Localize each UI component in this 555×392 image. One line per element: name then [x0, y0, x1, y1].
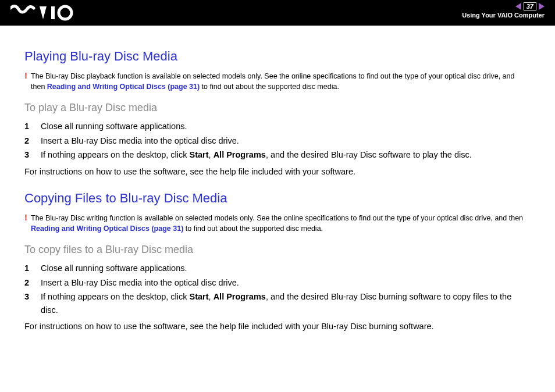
step-number: 3	[24, 148, 33, 161]
breadcrumb: Using Your VAIO Computer	[462, 12, 545, 19]
subtitle-play: To play a Blu-ray Disc media	[24, 100, 531, 116]
step-text: If nothing appears on the desktop, click…	[41, 148, 472, 161]
list-item: 2Insert a Blu-ray Disc media into the op…	[24, 276, 531, 289]
subtitle-copy: To copy files to a Blu-ray Disc media	[24, 242, 531, 258]
step-number: 1	[24, 262, 33, 275]
warn1-text-post: to find out about the supported disc med…	[200, 83, 339, 91]
list-item: 2Insert a Blu-ray Disc media into the op…	[24, 134, 531, 147]
section-title-playing: Playing Blu-ray Disc Media	[24, 47, 531, 66]
step-number: 2	[24, 276, 33, 289]
step-number: 3	[24, 290, 33, 316]
warn2-text: The Blu-ray Disc writing function is ava…	[31, 214, 523, 222]
steps-copy: 1Close all running software applications…	[24, 262, 531, 316]
vaio-logo	[10, 5, 74, 23]
list-item: 1Close all running software applications…	[24, 262, 531, 275]
warning-icon: !	[24, 71, 27, 92]
step-text: Insert a Blu-ray Disc media into the opt…	[41, 134, 239, 147]
step-number: 1	[24, 120, 33, 133]
header-nav: 37 Using Your VAIO Computer	[462, 2, 545, 19]
steps-play: 1Close all running software applications…	[24, 120, 531, 161]
list-item: 3If nothing appears on the desktop, clic…	[24, 290, 531, 316]
link-reading-writing-2[interactable]: Reading and Writing Optical Discs (page …	[31, 224, 183, 233]
warning-icon: !	[24, 213, 27, 234]
svg-point-2	[59, 6, 72, 19]
note-copy: For instructions on how to use the softw…	[24, 320, 531, 333]
list-item: 1Close all running software applications…	[24, 120, 531, 133]
step-text: Insert a Blu-ray Disc media into the opt…	[41, 276, 239, 289]
next-page-icon[interactable]	[539, 3, 545, 10]
link-reading-writing-1[interactable]: Reading and Writing Optical Discs (page …	[47, 83, 200, 91]
warning-note-2: ! The Blu-ray Disc writing function is a…	[24, 213, 531, 234]
step-text: If nothing appears on the desktop, click…	[41, 290, 531, 316]
list-item: 3If nothing appears on the desktop, clic…	[24, 148, 531, 161]
warn2-text-post: to find out about the supported disc med…	[183, 224, 323, 233]
page-content: Playing Blu-ray Disc Media ! The Blu-ray…	[0, 26, 555, 333]
step-text: Close all running software applications.	[41, 120, 187, 133]
page-number: 37	[524, 2, 536, 10]
step-text: Close all running software applications.	[41, 262, 187, 275]
prev-page-icon[interactable]	[515, 3, 521, 10]
svg-rect-1	[51, 6, 55, 19]
warning-note-1: ! The Blu-ray Disc playback function is …	[24, 71, 531, 92]
page-header: 37 Using Your VAIO Computer	[0, 0, 555, 26]
svg-marker-0	[40, 6, 47, 19]
step-number: 2	[24, 134, 33, 147]
section-title-copying: Copying Files to Blu-ray Disc Media	[24, 188, 531, 208]
note-play: For instructions on how to use the softw…	[24, 165, 531, 178]
